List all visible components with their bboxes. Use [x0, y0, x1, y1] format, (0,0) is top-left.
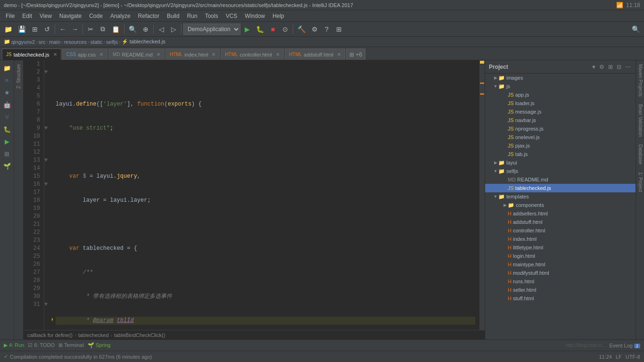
tab-controller[interactable]: HTML controller.html ✕ — [221, 49, 284, 60]
tree-item-littletype[interactable]: H littletype.html — [485, 243, 636, 252]
tree-item-controller[interactable]: H controller.html — [485, 226, 636, 235]
settings-button[interactable]: ⚙ — [309, 23, 320, 35]
search-everywhere-button[interactable]: 🔍 — [629, 23, 642, 35]
sidebar-icon-git[interactable]: ⑂ — [1, 111, 13, 123]
menu-build[interactable]: Build — [163, 12, 183, 20]
tree-item-js[interactable]: ▼ 📁 js — [485, 82, 636, 90]
back-button[interactable]: ◁ — [156, 23, 167, 35]
breadcrumb-main[interactable]: main — [49, 39, 60, 45]
find-button[interactable]: 🔍 — [126, 23, 139, 35]
coverage-button[interactable]: ⊙ — [280, 23, 291, 35]
menu-refactor[interactable]: Refactor — [134, 12, 163, 20]
menu-edit[interactable]: Edit — [18, 12, 36, 20]
structure-tab[interactable]: Z: Structure — [15, 60, 22, 92]
project-tab-right[interactable]: 1: Project — [636, 168, 644, 196]
menu-code[interactable]: Code — [85, 12, 107, 20]
project-expand-icon[interactable]: ⊞ — [607, 63, 614, 71]
run-tab-btn[interactable]: ▶ 4: Run — [4, 342, 24, 348]
terminal-button[interactable]: ⊞ — [333, 23, 345, 35]
tree-item-pjax-js[interactable]: JS pjax.js — [485, 141, 636, 150]
tree-item-addstuff[interactable]: H addstuff.html — [485, 218, 636, 226]
menu-view[interactable]: View — [36, 12, 56, 20]
tab-readme[interactable]: MD README.md ✕ — [108, 49, 165, 60]
menu-run[interactable]: Run — [183, 12, 201, 20]
run-button[interactable]: ▶ — [241, 23, 253, 35]
sync-button[interactable]: ↺ — [41, 23, 53, 35]
open-button[interactable]: 📁 — [2, 23, 15, 35]
breadcrumb-qingyunv2[interactable]: qingyunv2 — [11, 39, 35, 45]
spring-tab-btn[interactable]: 🌱 Spring — [88, 342, 111, 348]
breadcrumb-root[interactable]: 📁 — [4, 39, 10, 45]
status-encoding[interactable]: UTF-8 — [626, 354, 640, 360]
tree-item-app-js[interactable]: JS app.js — [485, 90, 636, 99]
tab-close-tablechecked[interactable]: ✕ — [53, 52, 57, 57]
breadcrumb-src[interactable]: src — [39, 39, 46, 45]
sidebar-icon-structure[interactable]: ≡ — [1, 74, 13, 86]
tree-item-maintype[interactable]: H maintype.html — [485, 260, 636, 269]
menu-help[interactable]: Help — [269, 12, 288, 20]
tab-close-readme[interactable]: ✕ — [157, 52, 160, 57]
sidebar-icon-spring[interactable]: 🌱 — [1, 160, 13, 172]
tree-item-tablechecked-js[interactable]: JS tablechecked.js — [485, 184, 636, 192]
menu-navigate[interactable]: Navigate — [56, 12, 85, 20]
tab-appcss[interactable]: CSS app.css ✕ — [62, 49, 107, 60]
tree-item-login[interactable]: H login.html — [485, 252, 636, 260]
save-all-button[interactable]: ⊞ — [29, 23, 41, 35]
database-tab[interactable]: Database — [636, 140, 644, 168]
sidebar-icon-run[interactable]: ▶ — [1, 136, 13, 147]
tab-close-index[interactable]: ✕ — [212, 52, 215, 57]
tree-item-templates[interactable]: ▼ 📁 templates — [485, 192, 636, 201]
status-lf[interactable]: LF — [616, 354, 622, 360]
sidebar-icon-project[interactable]: 📁 — [1, 62, 13, 74]
ebreadcrumb-tablechecked[interactable]: tablechecked — [78, 332, 109, 338]
project-dropdown[interactable]: ▼ — [591, 64, 596, 70]
redo-button[interactable]: → — [69, 23, 81, 35]
undo-button[interactable]: ← — [57, 23, 68, 35]
tree-item-components[interactable]: ▶ 📁 components — [485, 201, 636, 209]
event-log-btn[interactable]: Event Log 2 — [609, 343, 640, 348]
fold-9[interactable]: ▼ — [44, 124, 52, 132]
tree-item-images[interactable]: ▶ 📁 images — [485, 74, 636, 82]
paste-button[interactable]: 📋 — [109, 23, 122, 35]
code-content[interactable]: layui.define(['layer'], function(exports… — [52, 60, 479, 330]
tree-item-nprogress-js[interactable]: JS nprogress.js — [485, 124, 636, 133]
menu-tools[interactable]: Tools — [201, 12, 222, 20]
tree-item-selfjs[interactable]: ▼ 📁 selfjs — [485, 167, 636, 175]
tab-close-controller[interactable]: ✕ — [276, 52, 280, 57]
breadcrumb-resources[interactable]: resources — [64, 39, 87, 45]
fold-31[interactable]: ▼ — [44, 301, 52, 309]
sidebar-icon-favorites[interactable]: ★ — [1, 87, 13, 98]
build-button[interactable]: 🔨 — [295, 23, 308, 35]
breadcrumb-selfjs[interactable]: selfjs — [106, 39, 118, 45]
fold-2[interactable]: ▼ — [44, 68, 52, 76]
ebreadcrumb-callback[interactable]: callback for define() — [27, 332, 73, 338]
project-more-icon[interactable]: ⋯ — [624, 63, 632, 71]
ebreadcrumb-method[interactable]: tableBindCheckClick() — [114, 332, 165, 338]
cut-button[interactable]: ✂ — [85, 23, 96, 35]
tree-item-readme-md[interactable]: MD README.md — [485, 175, 636, 184]
fold-13[interactable]: ▼ — [44, 156, 52, 165]
stop-button[interactable]: ■ — [267, 23, 279, 35]
project-collapse-icon[interactable]: ⊟ — [616, 63, 622, 71]
copy-button[interactable]: ⧉ — [97, 23, 108, 35]
tab-more[interactable]: ⊞ +6 — [346, 49, 365, 60]
tree-item-onelevel-js[interactable]: JS onelevel.js — [485, 133, 636, 141]
tree-item-seller[interactable]: H seller.html — [485, 286, 636, 294]
run-config-dropdown[interactable]: DemoApplication — [183, 24, 240, 35]
tree-item-message-js[interactable]: JS message.js — [485, 107, 636, 116]
tree-item-loader-js[interactable]: JS loader.js — [485, 99, 636, 107]
tree-item-index-html[interactable]: H index.html — [485, 235, 636, 243]
sidebar-icon-terminal[interactable]: ⊞ — [1, 148, 13, 159]
project-settings-icon[interactable]: ⚙ — [598, 63, 605, 71]
tab-close-appcss[interactable]: ✕ — [99, 52, 103, 57]
find2-button[interactable]: ⊕ — [140, 23, 151, 35]
menu-window[interactable]: Window — [241, 12, 269, 20]
tree-item-navbar-js[interactable]: JS navbar.js — [485, 116, 636, 124]
tree-item-runs[interactable]: H runs.html — [485, 277, 636, 286]
tree-item-tab-js[interactable]: JS tab.js — [485, 150, 636, 158]
sidebar-icon-android[interactable]: 🤖 — [1, 99, 13, 110]
tab-close-addstuff[interactable]: ✕ — [337, 52, 341, 57]
menu-vcs[interactable]: VCS — [222, 12, 241, 20]
sidebar-icon-debug[interactable]: 🐛 — [1, 123, 13, 135]
tab-tablechecked[interactable]: JS tablechecked.js ✕ — [2, 49, 61, 60]
